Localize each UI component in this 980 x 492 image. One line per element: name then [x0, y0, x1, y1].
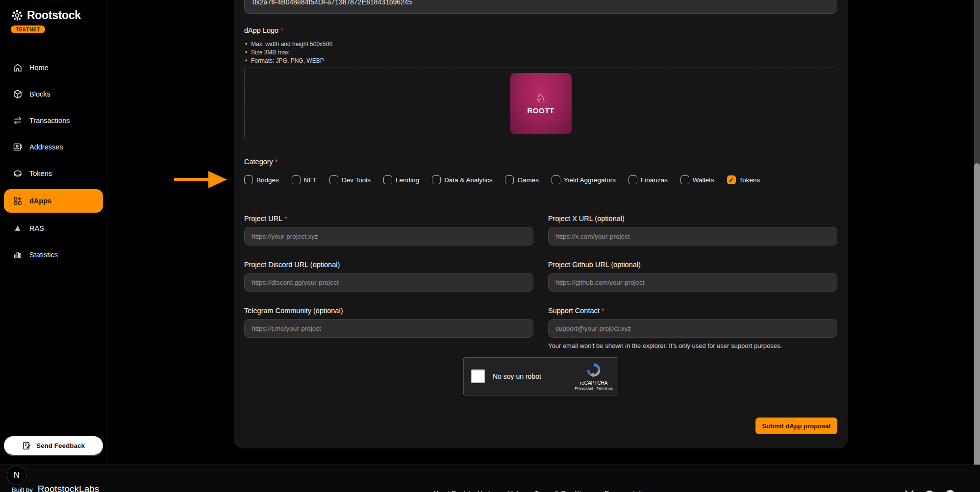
checkbox-icon[interactable]	[432, 175, 441, 184]
project-x-url-input[interactable]	[548, 227, 837, 246]
category-options: Bridges NFT Dev Tools Lending Data & Ana…	[244, 175, 837, 184]
checkbox-icon[interactable]	[680, 175, 689, 184]
category-option-wallets[interactable]: Wallets	[680, 175, 714, 184]
category-option-label: Yield Aggregators	[564, 176, 616, 184]
logo-upload-dropzone[interactable]: ♘ ROOTT	[244, 68, 837, 139]
scrollbar-thumb[interactable]	[974, 163, 980, 485]
category-option-label: Games	[517, 176, 539, 184]
footer-link-about[interactable]: About RootstockLabs	[432, 490, 495, 492]
project-github-url-input[interactable]	[548, 273, 837, 292]
testnet-badge: TESTNET	[11, 25, 45, 33]
recaptcha-icon	[586, 363, 601, 377]
x-icon[interactable]	[905, 490, 914, 492]
checkbox-icon[interactable]	[727, 175, 736, 184]
nextjs-dev-badge[interactable]: N	[7, 466, 26, 485]
statistics-icon	[13, 250, 23, 260]
field-label: Project URL	[244, 215, 282, 222]
recaptcha-checkbox[interactable]	[471, 369, 485, 383]
logo-requirement: Formats: JPG, PNG, WEBP	[244, 57, 837, 65]
sidebar-item-tokens[interactable]: Tokens	[4, 163, 103, 184]
required-asterisk: *	[275, 158, 278, 166]
ras-icon	[13, 223, 23, 233]
required-asterisk: *	[602, 307, 604, 315]
recaptcha-widget: No soy un robot reCAPTCHA Privacidad - T…	[463, 357, 618, 395]
category-option-label: Dev Tools	[342, 176, 371, 184]
field-support-contact: Support Contact* Your email won't be sho…	[548, 307, 837, 349]
support-contact-input[interactable]	[548, 319, 837, 338]
field-label: Project Github URL (optional)	[548, 261, 641, 269]
field-label: Project X URL (optional)	[548, 215, 625, 222]
feedback-memo-icon	[22, 441, 31, 450]
category-option-label: Finanzas	[641, 176, 668, 184]
checkbox-icon[interactable]	[383, 175, 392, 184]
checkbox-icon[interactable]	[505, 175, 514, 184]
sidebar-item-addresses[interactable]: Addresses	[4, 136, 103, 158]
rootstocklabs-link[interactable]: RootstockLabs	[38, 484, 100, 492]
footer-link-terms[interactable]: Terms & Conditions	[534, 490, 592, 492]
category-option-lending[interactable]: Lending	[383, 175, 419, 184]
required-asterisk: *	[284, 215, 287, 222]
category-option-bridges[interactable]: Bridges	[244, 175, 279, 184]
category-option-label: Data & Analytics	[444, 176, 492, 184]
knight-icon: ♘	[535, 93, 546, 104]
category-option-games[interactable]: Games	[505, 175, 539, 184]
footer-socials	[905, 490, 955, 492]
discord-icon[interactable]	[924, 490, 935, 492]
checkbox-icon[interactable]	[552, 175, 560, 184]
logo-preview-tile: ♘ ROOTT	[510, 73, 572, 134]
project-discord-url-input[interactable]	[244, 273, 533, 292]
category-option-data-analytics[interactable]: Data & Analytics	[432, 175, 492, 184]
field-label: Support Contact	[548, 307, 600, 315]
sidebar: Rootstock TESTNET Home Blocks	[0, 0, 107, 465]
sidebar-item-home[interactable]: Home	[4, 57, 103, 78]
project-url-input[interactable]	[244, 227, 533, 246]
dapps-icon	[13, 196, 23, 206]
field-label: dApp Logo	[244, 26, 278, 34]
dapp-proposal-form: dApp Logo* Max. width and height 500x500…	[234, 0, 848, 448]
recaptcha-label: No soy un robot	[493, 372, 541, 380]
field-label: Telegram Community (optional)	[244, 307, 343, 315]
telegram-community-input[interactable]	[244, 319, 533, 338]
annotation-arrow-icon	[173, 170, 228, 189]
sidebar-item-label: dApps	[29, 197, 51, 205]
category-option-yield-aggregators[interactable]: Yield Aggregators	[552, 175, 616, 184]
contract-address-input[interactable]	[244, 0, 837, 14]
sidebar-item-blocks[interactable]: Blocks	[4, 83, 103, 105]
logo-requirements: Max. width and height 500x500 Size 3MB m…	[244, 40, 837, 65]
logo-preview-name: ROOTT	[528, 106, 554, 115]
url-fields: Project URL* Project X URL (optional) Pr…	[244, 215, 837, 349]
category-option-label: Tokens	[739, 176, 760, 184]
checkbox-icon[interactable]	[628, 175, 637, 184]
checkbox-icon[interactable]	[329, 175, 338, 184]
sidebar-item-statistics[interactable]: Statistics	[4, 244, 103, 266]
category-option-finanzas[interactable]: Finanzas	[628, 175, 668, 184]
checkbox-icon[interactable]	[292, 175, 301, 184]
field-project-discord-url: Project Discord URL (optional)	[244, 261, 533, 292]
sidebar-item-ras[interactable]: RAS	[4, 218, 103, 239]
brand[interactable]: Rootstock TESTNET	[0, 0, 107, 33]
sidebar-item-label: Transactions	[29, 117, 70, 124]
github-icon[interactable]	[945, 490, 955, 492]
category-option-label: Wallets	[693, 176, 714, 184]
sidebar-item-label: Addresses	[29, 143, 63, 151]
dapp-logo-label: dApp Logo*	[244, 26, 837, 34]
transactions-icon	[13, 116, 23, 125]
field-project-github-url: Project Github URL (optional)	[548, 261, 837, 292]
category-option-tokens[interactable]: Tokens	[727, 175, 760, 184]
required-asterisk: *	[280, 26, 283, 34]
recaptcha-brand: reCAPTCHA Privacidad - Términos	[575, 363, 613, 391]
checkbox-icon[interactable]	[244, 175, 253, 184]
sidebar-nav: Home Blocks Transactions	[0, 57, 107, 266]
footer-link-help[interactable]: Help	[508, 490, 522, 492]
submit-dapp-proposal-button[interactable]: Submit dApp proposal	[755, 418, 837, 434]
recaptcha-links[interactable]: Privacidad - Términos	[575, 386, 613, 391]
sidebar-item-transactions[interactable]: Transactions	[4, 110, 103, 131]
category-option-label: Bridges	[256, 176, 279, 184]
category-option-nft[interactable]: NFT	[292, 175, 317, 184]
send-feedback-button[interactable]: Send Feedback	[4, 436, 103, 455]
sidebar-item-dapps[interactable]: dApps	[4, 189, 103, 213]
category-option-dev-tools[interactable]: Dev Tools	[329, 175, 371, 184]
sidebar-item-label: Statistics	[29, 251, 58, 259]
tokens-icon	[13, 169, 23, 178]
footer-link-documentation[interactable]: Documentation	[604, 490, 649, 492]
